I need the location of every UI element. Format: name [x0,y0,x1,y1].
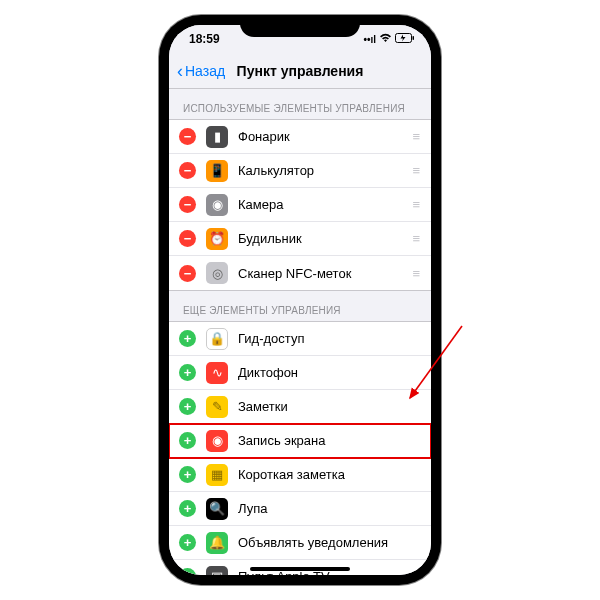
row-label: Будильник [238,231,412,246]
row-label: Калькулятор [238,163,412,178]
row-label: Камера [238,197,412,212]
row-guided[interactable]: +🔒Гид-доступ [169,322,431,356]
add-button[interactable]: + [179,330,196,347]
remove-button[interactable]: − [179,265,196,282]
add-button[interactable]: + [179,534,196,551]
row-announce[interactable]: +🔔Объявлять уведомления [169,526,431,560]
guided-icon: 🔒 [206,328,228,350]
camera-icon: ◉ [206,194,228,216]
row-label: Гид-доступ [238,331,419,346]
row-label: Запись экрана [238,433,419,448]
nfc-icon: ◎ [206,262,228,284]
notch [240,15,360,37]
row-camera[interactable]: −◉Камера≡ [169,188,431,222]
appletv-icon: ▣ [206,566,228,576]
screen: 18:59 ••ıl ‹ Назад Пункт управления ИСПО… [169,25,431,575]
status-time: 18:59 [189,32,220,46]
section-header-more: ЕЩЕ ЭЛЕМЕНТЫ УПРАВЛЕНИЯ [169,291,431,321]
content[interactable]: ИСПОЛЬЗУЕМЫЕ ЭЛЕМЕНТЫ УПРАВЛЕНИЯ −▮Фонар… [169,89,431,575]
remove-button[interactable]: − [179,128,196,145]
add-button[interactable]: + [179,364,196,381]
drag-handle-icon[interactable]: ≡ [412,266,419,281]
add-button[interactable]: + [179,466,196,483]
status-icons: ••ıl [363,33,415,45]
remove-button[interactable]: − [179,230,196,247]
row-notes[interactable]: +✎Заметки [169,390,431,424]
page-title: Пункт управления [237,63,364,79]
row-nfc[interactable]: −◎Сканер NFC-меток≡ [169,256,431,290]
back-button[interactable]: ‹ Назад [177,62,225,80]
battery-icon [395,33,415,45]
svg-rect-1 [413,36,415,40]
list-more: +🔒Гид-доступ+∿Диктофон+✎Заметки+◉Запись … [169,321,431,575]
row-calculator[interactable]: −📱Калькулятор≡ [169,154,431,188]
phone-frame: 18:59 ••ıl ‹ Назад Пункт управления ИСПО… [159,15,441,585]
remove-button[interactable]: − [179,162,196,179]
row-label: Диктофон [238,365,419,380]
drag-handle-icon[interactable]: ≡ [412,129,419,144]
row-label: Объявлять уведомления [238,535,419,550]
row-label: Короткая заметка [238,467,419,482]
drag-handle-icon[interactable]: ≡ [412,163,419,178]
flashlight-icon: ▮ [206,126,228,148]
drag-handle-icon[interactable]: ≡ [412,231,419,246]
add-button[interactable]: + [179,432,196,449]
section-header-included: ИСПОЛЬЗУЕМЫЕ ЭЛЕМЕНТЫ УПРАВЛЕНИЯ [169,89,431,119]
row-label: Заметки [238,399,419,414]
notes-icon: ✎ [206,396,228,418]
row-voice[interactable]: +∿Диктофон [169,356,431,390]
calculator-icon: 📱 [206,160,228,182]
announce-icon: 🔔 [206,532,228,554]
voice-icon: ∿ [206,362,228,384]
nav-bar: ‹ Назад Пункт управления [169,53,431,89]
wifi-icon [379,33,392,45]
alarm-icon: ⏰ [206,228,228,250]
row-label: Фонарик [238,129,412,144]
magnifier-icon: 🔍 [206,498,228,520]
row-label: Лупа [238,501,419,516]
row-alarm[interactable]: −⏰Будильник≡ [169,222,431,256]
add-button[interactable]: + [179,398,196,415]
row-quicknote[interactable]: +▦Короткая заметка [169,458,431,492]
chevron-left-icon: ‹ [177,62,183,80]
back-label: Назад [185,63,225,79]
add-button[interactable]: + [179,500,196,517]
home-indicator[interactable] [250,567,350,571]
list-included: −▮Фонарик≡−📱Калькулятор≡−◉Камера≡−⏰Будил… [169,119,431,291]
row-flashlight[interactable]: −▮Фонарик≡ [169,120,431,154]
remove-button[interactable]: − [179,196,196,213]
drag-handle-icon[interactable]: ≡ [412,197,419,212]
row-record[interactable]: +◉Запись экрана [169,424,431,458]
record-icon: ◉ [206,430,228,452]
signal-icon: ••ıl [363,34,376,45]
row-magnifier[interactable]: +🔍Лупа [169,492,431,526]
quicknote-icon: ▦ [206,464,228,486]
add-button[interactable]: + [179,568,196,575]
row-label: Сканер NFC-меток [238,266,412,281]
